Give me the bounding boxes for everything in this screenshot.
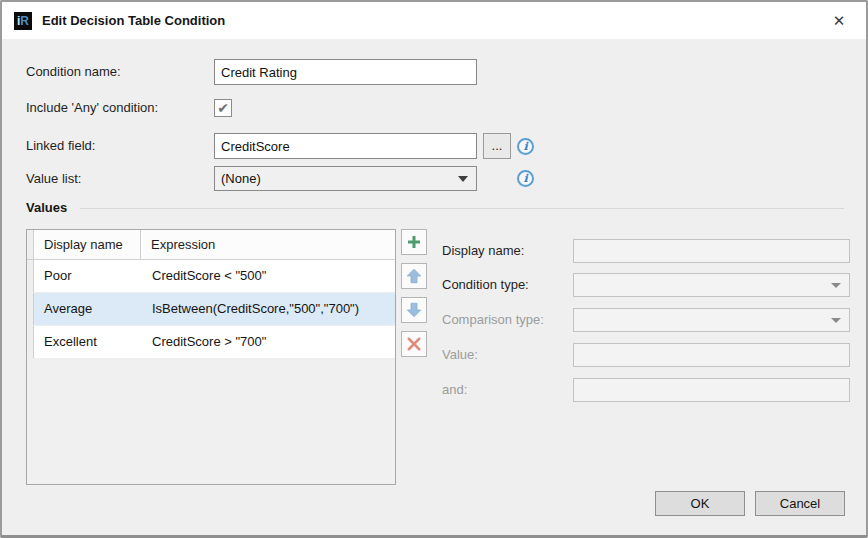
row-selector[interactable]	[27, 260, 34, 292]
linked-field-label: Linked field:	[26, 133, 95, 159]
close-icon[interactable]: ✕	[820, 2, 858, 39]
title-bar: iR Edit Decision Table Condition ✕	[2, 2, 866, 39]
cell-display-name[interactable]: Excellent	[34, 326, 142, 358]
plus-icon	[405, 233, 423, 251]
table-row[interactable]: Poor CreditScore < "500"	[27, 260, 395, 293]
comparison-type-dropdown	[573, 308, 850, 332]
value-list-selected: (None)	[221, 171, 261, 186]
detail-display-name-label: Display name:	[442, 239, 524, 263]
cell-display-name[interactable]: Average	[34, 293, 142, 325]
condition-type-label: Condition type:	[442, 273, 529, 297]
chevron-down-icon	[458, 176, 468, 182]
cell-expression[interactable]: IsBetween(CreditScore,"500","700")	[142, 293, 395, 325]
arrow-down-icon	[405, 301, 423, 319]
include-any-checkbox[interactable]: ✔	[214, 99, 232, 117]
condition-type-dropdown[interactable]	[573, 273, 850, 297]
delete-value-button[interactable]	[401, 331, 427, 357]
ok-button[interactable]: OK	[655, 491, 745, 516]
condition-name-label: Condition name:	[26, 59, 121, 85]
column-header-expression[interactable]: Expression	[141, 230, 395, 259]
values-table: Display name Expression Poor CreditScore…	[26, 229, 396, 485]
arrow-up-icon	[405, 267, 423, 285]
add-value-button[interactable]	[401, 229, 427, 255]
chevron-down-icon	[831, 283, 841, 288]
dialog-title: Edit Decision Table Condition	[42, 2, 225, 39]
check-icon: ✔	[217, 100, 229, 116]
move-up-button[interactable]	[401, 263, 427, 289]
inrule-logo-icon: iR	[14, 12, 32, 30]
detail-display-name-input[interactable]	[573, 239, 850, 263]
condition-name-input[interactable]	[214, 59, 477, 85]
value-list-dropdown[interactable]: (None)	[214, 166, 477, 191]
edit-decision-table-condition-dialog: iR Edit Decision Table Condition ✕ Condi…	[0, 0, 868, 538]
cancel-button[interactable]: Cancel	[755, 491, 845, 516]
cell-expression[interactable]: CreditScore > "700"	[142, 326, 395, 358]
value-list-label: Value list:	[26, 166, 81, 191]
move-down-button[interactable]	[401, 297, 427, 323]
values-group-title: Values	[26, 200, 67, 215]
row-selector[interactable]	[27, 326, 34, 358]
value-field	[574, 344, 849, 366]
value-label: Value:	[442, 343, 478, 367]
values-table-header: Display name Expression	[27, 230, 395, 260]
cell-expression[interactable]: CreditScore < "500"	[142, 260, 395, 292]
detail-display-name-field[interactable]	[574, 240, 849, 262]
table-row-selected[interactable]: Average IsBetween(CreditScore,"500","700…	[27, 293, 395, 326]
and-input	[573, 378, 850, 402]
values-group-line	[80, 208, 844, 209]
row-selector-header	[27, 230, 34, 259]
linked-field-input[interactable]	[214, 133, 477, 159]
comparison-type-label: Comparison type:	[442, 308, 544, 332]
and-field	[574, 379, 849, 401]
value-input	[573, 343, 850, 367]
column-header-display-name[interactable]: Display name	[34, 230, 141, 259]
delete-x-icon	[405, 335, 423, 353]
include-any-label: Include 'Any' condition:	[26, 95, 158, 121]
browse-button[interactable]: ...	[483, 133, 511, 159]
row-selector[interactable]	[27, 293, 34, 325]
chevron-down-icon	[831, 318, 841, 323]
and-label: and:	[442, 378, 467, 402]
table-row[interactable]: Excellent CreditScore > "700"	[27, 326, 395, 359]
cell-display-name[interactable]: Poor	[34, 260, 142, 292]
linked-field-info-icon[interactable]: i	[517, 138, 534, 155]
value-list-info-icon[interactable]: i	[517, 170, 534, 187]
